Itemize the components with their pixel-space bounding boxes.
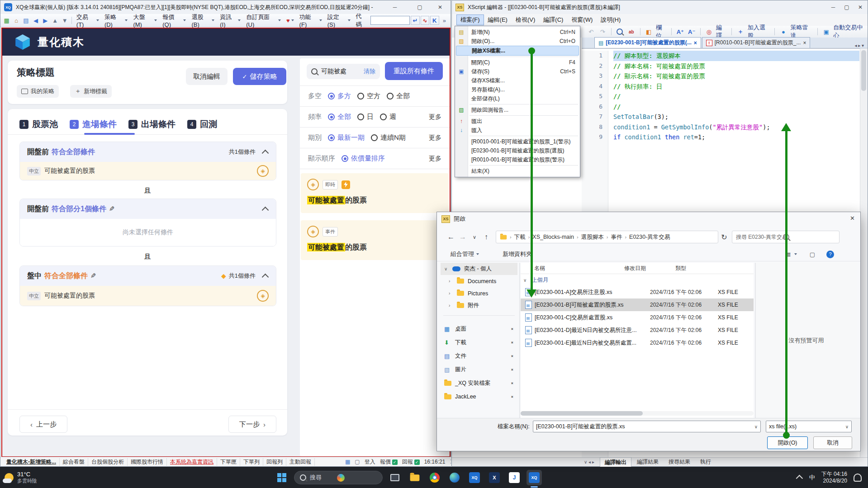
collapse-chevron-icon[interactable] bbox=[262, 273, 269, 280]
tab-close-icon[interactable]: × bbox=[803, 40, 806, 46]
xscript-maximize-button[interactable]: ▢ bbox=[840, 3, 853, 12]
tab-step-3[interactable]: 3出場條件 bbox=[128, 118, 175, 130]
file-row-5[interactable]: [E0230-001-E]最近N日內被交易所處置...2024/7/16 下午 … bbox=[521, 336, 754, 349]
xq-menu-5[interactable]: 資訊(I) bbox=[218, 12, 243, 29]
back-icon[interactable]: ◀ bbox=[31, 16, 40, 25]
filetype-select[interactable]: xs file(*.xs) ∨ bbox=[766, 421, 852, 432]
down-icon[interactable]: ▼ bbox=[60, 16, 69, 25]
ime-indicator[interactable]: 中 bbox=[809, 474, 815, 482]
taskbar-jisu-app-icon[interactable]: J bbox=[507, 470, 522, 485]
xq-page-tab-4[interactable]: 本系統為嘉實資訊 bbox=[167, 458, 217, 466]
file-menu-item-7[interactable]: 另存新檔(A)... bbox=[455, 85, 580, 94]
address-breadcrumb[interactable]: ›下載›XS_Blocks-main›選股腳本›事件›E0230-異常交易 bbox=[496, 231, 718, 243]
condition-search-input[interactable]: 可能被處 清除 bbox=[307, 64, 380, 79]
pages-icon[interactable]: ▤ bbox=[22, 16, 30, 25]
xq-menu-3[interactable]: 報價(Q) bbox=[160, 12, 188, 29]
gem-icon[interactable]: ◈ bbox=[257, 290, 269, 302]
up-icon[interactable]: ▲ bbox=[51, 16, 59, 25]
file-group-row[interactable]: ∨ 上個月 bbox=[521, 274, 754, 286]
more-link[interactable]: 更多 bbox=[429, 155, 441, 163]
history-chevron-icon[interactable]: ∨ bbox=[469, 234, 480, 240]
grid-small-icon[interactable]: ▦ bbox=[345, 459, 350, 465]
more-link[interactable]: 更多 bbox=[429, 134, 441, 142]
forward-icon[interactable]: → bbox=[457, 233, 469, 241]
xscript-close-button[interactable]: ✕ bbox=[854, 3, 867, 12]
xscript-menu-2[interactable]: 檢視(V) bbox=[512, 14, 539, 25]
preview-pane-icon[interactable]: ▢ bbox=[810, 251, 815, 258]
xscript-menu-1[interactable]: 編輯(E) bbox=[484, 14, 512, 25]
xq-menu-9[interactable]: 代碼 bbox=[354, 11, 370, 29]
radio-option[interactable]: 空方 bbox=[357, 92, 380, 100]
file-menu-item-4[interactable]: 關閉(C)F4 bbox=[455, 58, 580, 67]
xq-menu-2[interactable]: 大盤(M) bbox=[131, 12, 159, 29]
strategy-title[interactable]: 策略標題 bbox=[17, 66, 55, 79]
file-menu-item-10[interactable]: ▨開啟回測報告... bbox=[455, 105, 580, 114]
xscript-minimize-button[interactable]: ─ bbox=[827, 3, 840, 12]
taskbar-chrome-icon[interactable] bbox=[427, 470, 442, 485]
tab-step-2[interactable]: 2進場條件 bbox=[70, 118, 117, 130]
monitor-icon[interactable]: ▣ bbox=[822, 27, 830, 36]
file-row-2[interactable]: [E0230-001-B]可能被處置的股票.xs2024/7/16 下午 02:… bbox=[521, 298, 754, 311]
editor-tab-2[interactable]: ![R0010-001-B]可能被處置的股票_...× bbox=[702, 37, 811, 48]
xscript-menu-5[interactable]: 說明(H) bbox=[597, 14, 625, 25]
file-menu-item-2[interactable]: 開啟XS檔案... bbox=[456, 46, 579, 56]
search-result-2[interactable]: ◈事件可能被處置的股票 bbox=[301, 220, 449, 260]
hidden-icons-chevron[interactable] bbox=[796, 475, 803, 482]
tag-icon[interactable]: ◧ bbox=[645, 27, 653, 36]
condition-item-text[interactable]: 可能被處置的股票 bbox=[44, 292, 95, 300]
window-small-icon[interactable]: ▢ bbox=[355, 459, 360, 465]
start-button[interactable] bbox=[274, 470, 289, 485]
breadcrumb-item[interactable]: 選股腳本 bbox=[581, 233, 604, 241]
xq-menu-8[interactable]: 設定(S) bbox=[325, 12, 353, 29]
xq-menu-6[interactable]: 自訂頁面(U) bbox=[244, 12, 283, 29]
font-decrease-icon[interactable]: A⁻ bbox=[687, 27, 696, 36]
xq-page-tab-3[interactable]: 國際股市行情 bbox=[128, 458, 167, 466]
my-strategy-chip[interactable]: 我的策略 bbox=[17, 85, 59, 98]
file-menu-item-13[interactable]: ↓匯入 bbox=[455, 126, 580, 135]
xq-menu-0[interactable]: 交易(T) bbox=[74, 12, 101, 29]
condition-group-header[interactable]: 開盤前符合全部條件共1個條件 bbox=[20, 142, 276, 162]
more-link[interactable]: 更多 bbox=[429, 113, 441, 121]
file-menu-item-6[interactable]: 儲存XS檔案... bbox=[455, 76, 580, 85]
redo-icon[interactable]: ↷ bbox=[598, 27, 607, 36]
file-menu-item-17[interactable]: [R0010-001-B]可能被處置的股票(警示) bbox=[455, 155, 580, 164]
sidebar-pinned-圖片[interactable]: ▧圖片✦ bbox=[441, 363, 517, 376]
sidebar-onedrive-root[interactable]: ∨奕杰 - 個人 bbox=[441, 263, 517, 275]
condition-group-header[interactable]: 開盤前符合部分1個條件✎ bbox=[20, 199, 276, 219]
up-icon[interactable]: ↑ bbox=[480, 233, 492, 241]
next-step-button[interactable]: 下一步 › bbox=[228, 416, 276, 433]
file-menu-item-19[interactable]: 結束(X) bbox=[455, 166, 580, 175]
undo-icon[interactable]: ↶ bbox=[587, 27, 595, 36]
group-condition-link[interactable]: 符合全部條件 bbox=[44, 271, 88, 281]
condition-group-header[interactable]: 盤中符合全部條件✎◆共1個條件 bbox=[20, 266, 276, 286]
compile-target-icon[interactable]: ◎ bbox=[705, 27, 713, 36]
radio-option[interactable]: 全部 bbox=[387, 92, 410, 100]
search-result-1[interactable]: ◈即時可能被處置的股票 bbox=[301, 173, 449, 213]
organize-menu[interactable]: 組合管理 bbox=[451, 250, 479, 258]
taskbar-weather-widget[interactable]: 31°C 多雲時陰 bbox=[0, 471, 72, 484]
file-row-4[interactable]: [E0230-001-D]最近N日內被交易所注意...2024/7/16 下午 … bbox=[521, 324, 754, 336]
xq-page-tab-8[interactable]: 主動回報 bbox=[286, 458, 315, 466]
xq-minimize-button[interactable]: ─ bbox=[389, 3, 401, 12]
plus-icon[interactable]: ＋ bbox=[736, 27, 745, 36]
xq-page-tab-5[interactable]: 下單匣 bbox=[217, 458, 240, 466]
file-menu-item-12[interactable]: ↑匯出 bbox=[455, 117, 580, 126]
output-tab-0[interactable]: 編譯輸出 bbox=[600, 457, 631, 467]
result-text[interactable]: 可能被處置的股票 bbox=[307, 243, 367, 251]
taskbar-xs-app-icon[interactable]: X bbox=[487, 470, 502, 485]
sidebar-pinned-_XQ 安裝檔案[interactable]: _XQ 安裝檔案✦ bbox=[441, 376, 517, 390]
file-row-3[interactable]: [E0230-001-C]交易所處置股.xs2024/7/16 下午 02:06… bbox=[521, 311, 754, 324]
find-icon[interactable] bbox=[616, 27, 624, 36]
xq-page-tab-1[interactable]: 綜合看盤 bbox=[60, 458, 88, 466]
file-menu-item-0[interactable]: ▤新增(N)Ctrl+N bbox=[455, 28, 580, 37]
radar-dot-icon[interactable]: ● bbox=[779, 27, 787, 36]
notification-bell-icon[interactable] bbox=[854, 474, 862, 482]
output-tab-3[interactable]: 執行 bbox=[696, 457, 716, 467]
dialog-close-icon[interactable]: ✕ bbox=[850, 215, 855, 222]
sidebar-folder-附件[interactable]: ›附件 bbox=[441, 299, 517, 312]
tab-step-4[interactable]: 4回測 bbox=[187, 118, 217, 130]
edit-icon[interactable]: ✎ bbox=[109, 205, 115, 213]
back-icon[interactable]: ← bbox=[445, 233, 457, 241]
column-header-類型[interactable]: 類型 bbox=[675, 265, 686, 272]
file-menu-item-8[interactable]: 全部儲存(L) bbox=[455, 94, 580, 103]
